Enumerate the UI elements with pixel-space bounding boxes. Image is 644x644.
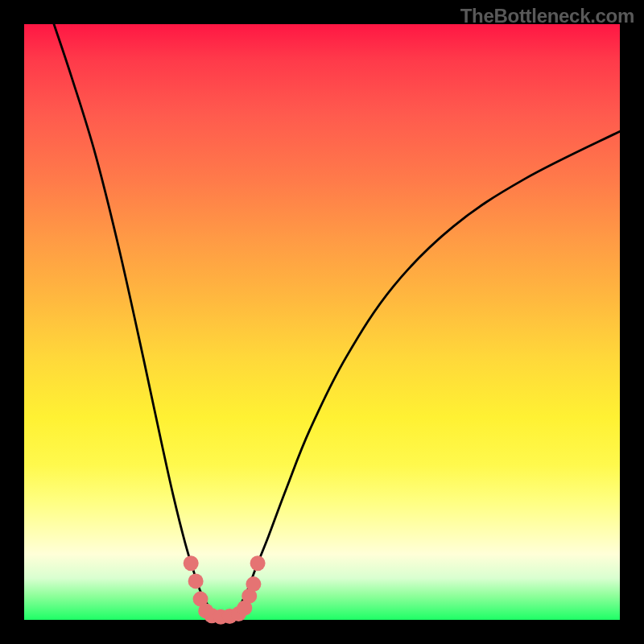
- chart-frame: TheBottleneck.com: [0, 0, 644, 644]
- bottom-dot-cluster: [184, 555, 266, 625]
- right-branch-curve: [233, 131, 620, 617]
- cluster-dot: [246, 576, 261, 592]
- cluster-dot: [250, 555, 266, 571]
- curve-layer: [24, 24, 620, 620]
- left-branch-curve: [54, 24, 218, 617]
- cluster-dot: [188, 573, 204, 588]
- cluster-dot: [184, 555, 199, 571]
- plot-area: [24, 24, 620, 620]
